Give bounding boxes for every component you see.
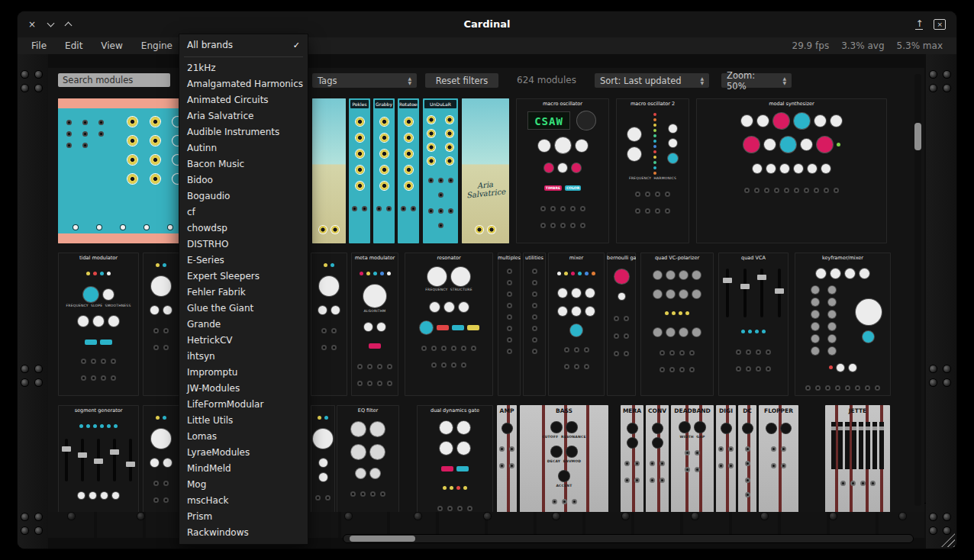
module-card[interactable]: JETTE xyxy=(825,405,890,512)
search-input[interactable] xyxy=(58,73,170,87)
module-card[interactable] xyxy=(312,98,346,243)
popout-icon[interactable]: ↑ xyxy=(915,19,923,30)
vertical-scrollbar-thumb[interactable] xyxy=(914,123,921,150)
brand-menu-item[interactable]: Fehler Fabrik xyxy=(179,285,308,301)
module-title: mixer xyxy=(548,253,605,261)
brand-menu-item[interactable]: Lomas xyxy=(179,429,308,445)
brand-menu-item[interactable]: Autinn xyxy=(179,140,308,156)
brand-menu-item[interactable]: JW-Modules xyxy=(179,381,308,397)
module-title: JETTE xyxy=(825,405,890,414)
module-card[interactable]: AMP xyxy=(497,405,517,512)
brand-menu-item-label: mscHack xyxy=(187,493,228,509)
horizontal-scrollbar-thumb[interactable] xyxy=(350,536,415,542)
brand-menu-item[interactable]: DISTRHO xyxy=(179,237,308,253)
brand-menu-item[interactable]: Amalgamated Harmonics xyxy=(179,76,308,92)
sort-dropdown[interactable]: Sort: Last updated ▲▼ xyxy=(595,73,709,88)
brand-menu-item[interactable]: Aria Salvatrice xyxy=(179,108,308,124)
module-title: modal synthesizer xyxy=(696,98,887,107)
module-card[interactable] xyxy=(143,405,179,512)
module-card[interactable]: DEADBANDWIDTH GAP xyxy=(671,405,714,512)
module-card[interactable]: CONV xyxy=(646,405,669,512)
module-card[interactable] xyxy=(311,405,335,512)
brand-menu-item[interactable]: Audible Instruments xyxy=(179,124,308,140)
brand-menu-item[interactable]: Bogaudio xyxy=(179,188,308,204)
dropdown-arrows-icon: ▲▼ xyxy=(782,76,786,85)
brand-menu-item[interactable]: chowdsp xyxy=(179,220,308,237)
module-card[interactable]: Pokles xyxy=(349,98,370,243)
titlebar-right-controls: ↑ × xyxy=(915,11,946,37)
module-card[interactable]: quad VCA xyxy=(718,253,789,396)
horizontal-scrollbar[interactable] xyxy=(343,534,914,543)
menu-view[interactable]: View xyxy=(92,40,131,51)
brand-menu-item[interactable]: LyraeModules xyxy=(179,445,308,461)
brand-menu-item[interactable]: HetrickCV xyxy=(179,333,308,349)
module-title: multiples xyxy=(498,253,521,261)
brand-menu-item-label: Grande xyxy=(187,317,221,333)
brand-menu-item-label: Impromptu xyxy=(187,365,237,381)
brand-menu-item[interactable]: MindMeld xyxy=(179,461,308,477)
module-title: CONV xyxy=(646,405,669,414)
brand-menu-item[interactable]: cf xyxy=(179,204,308,220)
module-card[interactable] xyxy=(311,253,347,396)
tags-dropdown[interactable]: Tags ▲▼ xyxy=(312,73,417,88)
brand-menu-item[interactable]: Bacon Music xyxy=(179,156,308,172)
close-plugin-icon[interactable]: × xyxy=(934,19,946,30)
brand-menu-item[interactable]: Mog xyxy=(179,477,308,493)
tags-dropdown-label: Tags xyxy=(318,76,337,86)
brand-menu-item[interactable]: E-Series xyxy=(179,253,308,269)
menu-edit[interactable]: Edit xyxy=(56,40,92,51)
module-card[interactable]: mixer xyxy=(548,253,605,396)
brand-menu-item[interactable]: Little Utils xyxy=(179,413,308,429)
module-card[interactable]: tidal modulatorFREQUENCY SLOPE SMOOTHNES… xyxy=(58,253,139,396)
module-card[interactable]: quad VC-polarizer xyxy=(640,253,714,396)
brand-menu-item[interactable]: LifeFormModular xyxy=(179,397,308,413)
module-card[interactable]: meta modulatorALGORITHM xyxy=(351,253,398,396)
menu-file[interactable]: File xyxy=(22,40,56,51)
module-card[interactable]: EQ filter xyxy=(337,405,399,512)
menu-engine[interactable]: Engine xyxy=(132,40,182,51)
module-card[interactable]: macro oscillator 2FREQUENCY HARMONICS xyxy=(616,98,689,243)
brand-menu-item[interactable]: Rackwindows xyxy=(179,525,308,541)
module-card[interactable]: utilities xyxy=(523,253,546,396)
module-title: keyframer/mixer xyxy=(795,253,891,261)
module-card[interactable]: keyframer/mixer xyxy=(795,253,891,396)
brand-menu-item[interactable]: 21kHz xyxy=(179,60,308,76)
module-card[interactable]: dual dynamics gate xyxy=(417,405,493,512)
brand-menu-item[interactable]: Expert Sleepers xyxy=(179,269,308,285)
vertical-scrollbar[interactable] xyxy=(914,74,921,506)
module-card[interactable]: UnDuLaR xyxy=(423,98,458,243)
module-card[interactable]: macro oscillatorCSAWTIMBRECOLOR xyxy=(516,98,609,243)
brand-menu-item[interactable]: Impromptu xyxy=(179,365,308,381)
module-card[interactable] xyxy=(143,253,179,396)
module-card[interactable]: multiples xyxy=(498,253,521,396)
brand-menu-item[interactable]: Prism xyxy=(179,509,308,525)
brand-menu-item[interactable]: Animated Circuits xyxy=(179,92,308,108)
module-card[interactable]: MERA xyxy=(621,405,643,512)
brand-menu-item[interactable]: ihtsyn xyxy=(179,349,308,365)
brand-menu-item-label: 21kHz xyxy=(187,60,216,76)
module-card[interactable]: modal synthesizer xyxy=(696,98,887,243)
module-card[interactable]: Rotatoes xyxy=(398,98,419,243)
reset-filters-button[interactable]: Reset filters xyxy=(425,73,498,88)
module-card[interactable]: DC xyxy=(738,405,756,512)
brand-menu-item[interactable]: Grande xyxy=(179,317,308,333)
zoom-dropdown[interactable]: Zoom: 50% ▲▼ xyxy=(721,73,792,88)
module-card[interactable]: DIGI xyxy=(716,405,736,512)
module-card[interactable]: BASSCUTOFF RESONANCEDECAY ENVMODACCENT xyxy=(520,405,608,512)
module-card[interactable]: Grabby xyxy=(373,98,395,243)
brand-menu-item[interactable]: All brands✓ xyxy=(179,37,308,53)
module-card[interactable]: Aria Salvatrice xyxy=(462,98,509,243)
module-card[interactable]: bernoulli gate xyxy=(607,253,636,396)
module-title: Grabby xyxy=(375,100,393,108)
module-title: UnDuLaR xyxy=(424,100,456,108)
brand-menu-item[interactable]: Bidoo xyxy=(179,172,308,188)
brand-menu-item[interactable]: mscHack xyxy=(179,493,308,509)
module-title: quad VC-polarizer xyxy=(640,253,714,261)
module-card[interactable]: FLOPPER xyxy=(759,405,798,512)
brand-menu-item-label: LifeFormModular xyxy=(187,397,263,413)
dropdown-arrows-icon: ▲▼ xyxy=(408,76,411,85)
module-card[interactable]: segment generator xyxy=(58,405,139,512)
brand-menu-item[interactable]: Glue the Giant xyxy=(179,301,308,317)
brand-menu-item-label: DISTRHO xyxy=(187,237,229,253)
module-card[interactable]: resonatorFREQUENCY STRUCTURE xyxy=(405,253,493,396)
